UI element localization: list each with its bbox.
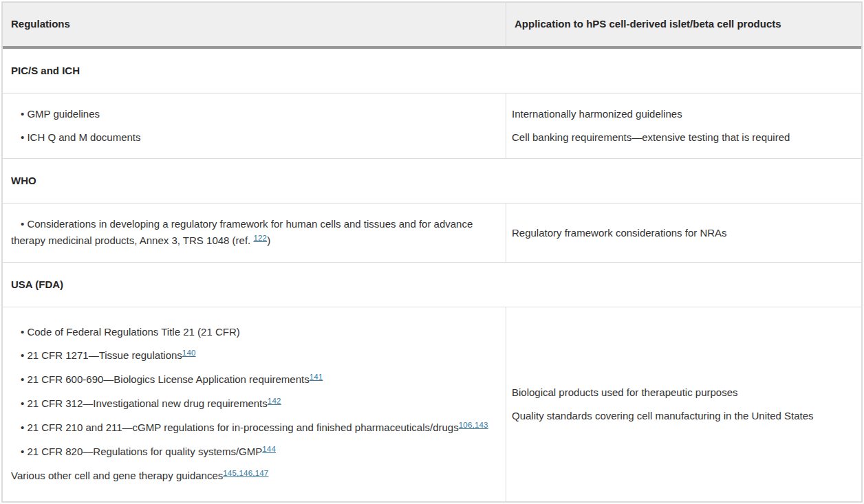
section-row: PIC/S and ICH [3,49,861,94]
application-item: Internationally harmonized guidelines [512,102,854,126]
regulation-item: • 21 CFR 312—Investigational new drug re… [11,392,497,416]
regulations-cell: • GMP guidelines• ICH Q and M documents [3,94,506,158]
ref-link[interactable]: 141 [310,373,323,381]
regulation-item: • GMP guidelines [11,102,497,126]
table-header-row: Regulations Application to hPS cell-deri… [3,3,861,49]
application-item: Biological products used for therapeutic… [512,381,854,404]
column-header-application: Application to hPS cell-derived islet/be… [506,3,861,46]
application-item: Quality standards covering cell manufact… [512,404,854,428]
application-cell: Regulatory framework considerations for … [506,204,861,262]
regulation-item: • 21 CFR 1271—Tissue regulations140 [11,344,497,368]
column-header-regulations: Regulations [3,3,506,46]
ref-link[interactable]: 106,143 [459,421,488,429]
ref-link[interactable]: 144 [262,445,276,453]
table-row: • Code of Federal Regulations Title 21 (… [3,307,861,501]
application-cell: Internationally harmonized guidelinesCel… [506,94,861,158]
application-cell: Biological products used for therapeutic… [506,307,861,501]
table-row: • GMP guidelines• ICH Q and M documentsI… [3,94,861,159]
regulation-item: • 21 CFR 820—Regulations for quality sys… [11,440,497,464]
regulations-cell: • Code of Federal Regulations Title 21 (… [3,307,506,501]
ref-link[interactable]: 142 [268,397,281,405]
regulations-table: Regulations Application to hPS cell-deri… [1,1,863,503]
application-item: Regulatory framework considerations for … [512,221,854,245]
regulation-item: • Considerations in developing a regulat… [11,212,497,253]
regulation-item: Various other cell and gene therapy guid… [11,464,497,488]
section-row: WHO [3,159,861,204]
application-item: Cell banking requirements—extensive test… [512,126,854,149]
regulations-cell: • Considerations in developing a regulat… [3,204,506,262]
ref-link[interactable]: 122 [253,234,267,242]
table-row: • Considerations in developing a regulat… [3,204,861,263]
regulation-item: • 21 CFR 210 and 211—cGMP regulations fo… [11,416,497,440]
ref-link[interactable]: 140 [182,349,196,357]
ref-link[interactable]: 145,146,147 [223,469,268,477]
section-row: USA (FDA) [3,263,861,307]
regulation-item: • ICH Q and M documents [11,126,497,149]
regulation-item: • Code of Federal Regulations Title 21 (… [11,320,497,344]
regulation-item: • 21 CFR 600-690—Biologics License Appli… [11,368,497,392]
